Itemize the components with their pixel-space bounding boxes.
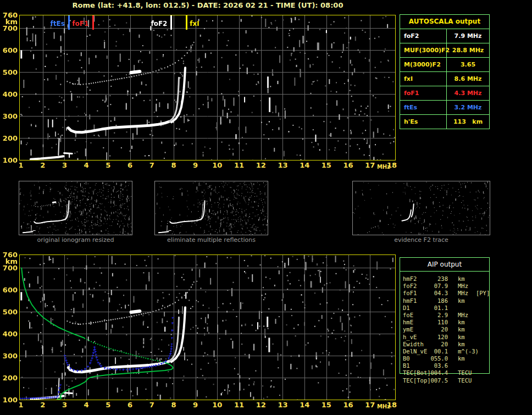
aip-row-value: 110 [429, 319, 448, 326]
aip-row-value: 04.3 [429, 290, 448, 297]
x-tick-label: 1 [13, 162, 29, 169]
x-tick-label: 1 [13, 401, 29, 408]
autoscala-row-value: 113 km [447, 115, 489, 129]
panel-evidence-canvas [353, 181, 490, 235]
legend-label-fof2: foF2 [143, 20, 167, 27]
aip-row: DelN_vE00.1m^(-3) [403, 348, 530, 355]
panel-eliminate-reflections [154, 181, 268, 235]
aip-row-unit: km [458, 326, 465, 333]
x-tick-label: 12 [253, 162, 269, 169]
y-tick-label: 600 [0, 47, 18, 54]
aip-row-unit: TECU [458, 377, 472, 384]
x-tick-label: 4 [79, 162, 94, 169]
x-tick-label: 15 [319, 162, 334, 169]
x-tick-label: 11 [231, 401, 247, 408]
autoscala-row: fxI8.6 MHz [400, 72, 489, 86]
aip-row: hmF1186km [403, 297, 530, 305]
y-tick-label: 700 [0, 264, 18, 272]
aip-row-unit: m^(-3) [458, 348, 479, 355]
autoscala-ionogram-screen: Rome (lat: +41.8, lon: 012.5) - DATE: 20… [0, 0, 532, 415]
autoscala-row-value: 28.8 MHz [447, 43, 489, 57]
x-tick-label: 3 [57, 162, 72, 169]
aip-row-unit: TECU [458, 369, 472, 377]
aip-row: ymE20km [403, 326, 530, 333]
x-tick-label: 10 [209, 401, 225, 408]
aip-row-value: 20 [429, 341, 448, 348]
aip-row-value: 007.5 [429, 377, 448, 384]
x-tick-label: 7 [144, 162, 159, 169]
x-tick-label: 9 [188, 401, 203, 408]
legend-line-fxi [186, 15, 187, 30]
x-tick-label: 9 [188, 162, 203, 169]
x-tick-label: 10 [209, 162, 225, 169]
autoscala-row-label: fxI [400, 72, 447, 86]
x-tick-label: 14 [297, 401, 312, 408]
aip-row-label: ymE [403, 326, 429, 333]
x-tick-label: 8 [166, 162, 181, 169]
station-date-time-title: Rome (lat: +41.8, lon: 012.5) - DATE: 20… [20, 1, 396, 9]
aip-row-value: 03.6 [429, 362, 448, 369]
aip-row-label: foF1 [403, 290, 429, 297]
aip-row-value: 186 [429, 297, 448, 305]
x-tick-label: 5 [101, 401, 116, 408]
aip-row-unit: km [458, 297, 465, 305]
aip-row-label: foF2 [403, 283, 429, 290]
y-tick-label: 600 [0, 286, 18, 294]
panel-eliminate-canvas [155, 181, 268, 235]
x-axis-unit-label: MHz [375, 164, 392, 170]
autoscala-row: h'Es113 km [400, 115, 489, 129]
aip-row-label: Ewidth [403, 341, 429, 348]
aip-row-value: 07.9 [429, 283, 448, 290]
y-tick-label: 400 [0, 330, 18, 337]
aip-row: foE2.9MHz [403, 312, 530, 319]
aip-row-label: TEC[Top] [403, 377, 429, 384]
aip-row: h_vE120km [403, 334, 530, 341]
panel-original-canvas [19, 181, 132, 235]
bottom-ionogram-plot [19, 254, 396, 400]
aip-row-value: 00.1 [429, 348, 448, 355]
aip-row-label: TEC[Bot] [403, 369, 429, 377]
x-tick-label: 8 [166, 401, 181, 408]
aip-row-label: hmE [403, 319, 429, 326]
x-tick-label: 2 [35, 401, 51, 408]
autoscala-row-label: MUF(3000)F2 [400, 43, 447, 57]
y-tick-label: 400 [0, 91, 18, 98]
x-tick-label: 5 [101, 162, 116, 169]
x-tick-label: 7 [144, 401, 159, 408]
x-tick-label: 16 [341, 162, 356, 169]
aip-row-unit: MHz [458, 290, 468, 297]
top-ionogram-canvas [20, 15, 395, 160]
aip-row-value: 238 [429, 275, 448, 283]
x-tick-label: 16 [341, 401, 356, 408]
aip-row: hmE110km [403, 319, 530, 326]
top-ionogram-plot [19, 15, 396, 161]
autoscala-row-label: h'Es [400, 115, 447, 129]
aip-row: TEC[Top]007.5TECU [403, 377, 530, 384]
aip-row: D101.1 [403, 305, 530, 312]
y-axis-unit-label: km [0, 258, 18, 265]
legend-label-fxi: fxI [190, 20, 199, 27]
aip-row-value: 055.0 [429, 355, 448, 362]
autoscala-row: MUF(3000)F228.8 MHz [400, 43, 489, 58]
autoscala-row-value: 4.3 MHz [447, 86, 489, 100]
aip-row-value: 20 [429, 326, 448, 333]
autoscala-table-rows: foF27.9 MHzMUF(3000)F228.8 MHzM(3000)F23… [400, 29, 489, 129]
autoscala-row: foF14.3 MHz [400, 86, 489, 101]
y-tick-label: 200 [0, 374, 18, 381]
y-tick-label: 500 [0, 308, 18, 316]
aip-row-label: foE [403, 312, 429, 319]
aip-row-extra: [PY] [476, 290, 490, 297]
aip-row-label: DelN_vE [403, 348, 429, 355]
x-tick-label: 14 [297, 162, 312, 169]
aip-row-value: 120 [429, 334, 448, 341]
panel-original-ionogram [19, 181, 132, 235]
x-tick-label: 3 [57, 401, 72, 408]
x-tick-label: 4 [79, 401, 94, 408]
x-tick-label: 13 [275, 162, 290, 169]
aip-row-label: B1 [403, 362, 429, 369]
legend-line-fof2 [170, 15, 172, 30]
aip-row-label: D1 [403, 305, 429, 312]
aip-table-rows: hmF2238kmfoF207.9MHzfoF104.3MHz[PY]hmF11… [403, 275, 530, 384]
x-tick-label: 6 [123, 401, 138, 408]
aip-row: TEC[Bot]004.4TECU [403, 369, 530, 377]
